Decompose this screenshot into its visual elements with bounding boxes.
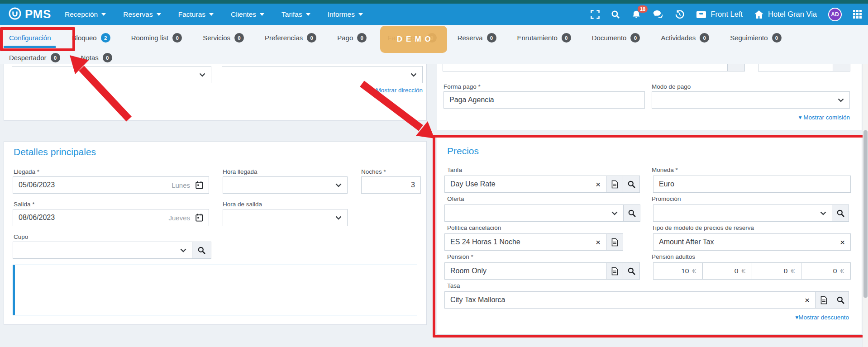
tab-reserva[interactable]: Reserva0 (458, 33, 496, 43)
tab-configuracion[interactable]: Configuración (9, 34, 51, 42)
tab-actividades[interactable]: Actividades0 (661, 33, 709, 43)
pension-input[interactable]: Room Only (444, 262, 606, 280)
menu-reservas[interactable]: Reservas (123, 10, 161, 19)
notifications-button[interactable]: 18 (631, 10, 641, 19)
llegada-label: Llegada * (14, 168, 39, 175)
tab-despertador[interactable]: Despertador0 (9, 53, 60, 62)
caret-down-icon: ▾ (371, 87, 374, 94)
cupo-label: Cupo (14, 233, 28, 240)
tarifa-detail-button[interactable] (606, 176, 623, 193)
tab-seguimiento[interactable]: Seguimiento0 (730, 33, 781, 43)
details-card-title: Detalles principales (14, 147, 96, 157)
workstation-selector[interactable]: Front Left (696, 10, 743, 19)
chat-bubbles-icon (653, 10, 663, 19)
tarifa-search-button[interactable] (623, 176, 640, 193)
caret-down-icon: ▾ (799, 114, 802, 121)
tab-servicios[interactable]: Servicios0 (203, 33, 244, 43)
hora-llegada-select[interactable] (223, 176, 348, 194)
tab-pago[interactable]: Pago0 (337, 33, 367, 43)
modo-pago-select[interactable] (652, 91, 850, 109)
euro-symbol: € (840, 267, 844, 275)
promocion-select[interactable] (653, 204, 832, 222)
euro-symbol: € (791, 267, 795, 275)
clear-icon[interactable]: × (596, 238, 601, 247)
forma-pago-label: Forma pago * (444, 83, 481, 90)
hora-llegada-label: Hora llegada (223, 168, 258, 175)
pais-select[interactable] (12, 66, 211, 83)
clear-icon[interactable]: × (596, 180, 601, 189)
pension-search-button[interactable] (623, 262, 640, 280)
search-button[interactable] (611, 10, 620, 19)
tab-bloqueo[interactable]: Bloqueo2 (72, 33, 110, 43)
factura-master-box (13, 265, 417, 315)
oferta-search-button[interactable] (623, 204, 640, 222)
menu-tarifas[interactable]: Tarifas (281, 10, 310, 19)
hora-salida-select[interactable] (223, 209, 348, 226)
pension-detail-button[interactable] (606, 262, 623, 280)
calendar-icon[interactable] (196, 214, 203, 222)
tipo-modelo-input[interactable]: Amount After Tax × (653, 233, 851, 251)
pension-label: Pensión * (447, 253, 473, 260)
modo-pago-label: Modo de pago (652, 83, 691, 90)
fullscreen-button[interactable] (591, 10, 600, 19)
pension-adultos-input[interactable]: 0€ (801, 262, 851, 280)
tab-row-2: Despertador0 Notas0 (9, 53, 112, 62)
pms-logo[interactable]: PMS (8, 4, 51, 25)
show-address-link[interactable]: ▾ Mostrar dirección (371, 86, 423, 94)
calendar-icon[interactable] (196, 181, 203, 189)
tab-documento[interactable]: Documento0 (592, 33, 640, 43)
pension-adultos-input[interactable]: 0€ (702, 262, 752, 280)
messages-button[interactable] (653, 10, 663, 19)
tasa-input[interactable]: City Tax Mallorca × (444, 291, 816, 309)
tasa-detail-button[interactable] (815, 291, 832, 309)
apps-grid-button[interactable] (853, 10, 862, 19)
chevron-down-icon (838, 98, 844, 102)
history-button[interactable] (675, 10, 685, 19)
show-commission-link[interactable]: ▾ Mostrar comisión (799, 114, 850, 121)
tasa-search-button[interactable] (832, 291, 849, 309)
tab-preferencias[interactable]: Preferencias0 (265, 33, 316, 43)
tab-rooming-list[interactable]: Rooming list0 (131, 33, 182, 43)
caret-down-icon (260, 13, 264, 16)
politica-detail-button[interactable] (606, 233, 623, 251)
promocion-search-button[interactable] (832, 204, 849, 222)
scrollbar-thumb[interactable] (863, 130, 868, 298)
menu-recepcion[interactable]: Recepción (65, 10, 106, 19)
tipo-modelo-label: Tipo de modelo de precios de reserva (652, 224, 754, 231)
topbar-right-group: 18 Front Left Hotel Gran Via AD (591, 4, 862, 25)
oferta-label: Oferta (447, 195, 464, 202)
menu-facturas[interactable]: Facturas (178, 10, 214, 19)
precios-card-title: Precios (447, 146, 479, 157)
menu-informes[interactable]: Informes (328, 10, 363, 19)
llegada-date-input[interactable]: 05/06/2023 Lunes (13, 176, 209, 194)
show-discount-link[interactable]: ▾Mostrar descuento (795, 314, 849, 321)
browser-top-strip (0, 0, 868, 4)
avatar: AD (828, 8, 842, 21)
chevron-down-icon (335, 216, 342, 220)
politica-input[interactable]: ES 24 Horas 1 Noche × (444, 233, 606, 251)
pension-adultos-input[interactable]: 10€ (653, 262, 703, 280)
salida-date-input[interactable]: 08/06/2023 Jueves (13, 209, 209, 226)
noches-input[interactable]: 3 (361, 176, 421, 194)
document-icon (611, 238, 618, 247)
tab-notas[interactable]: Notas0 (81, 53, 112, 62)
user-avatar[interactable]: AD (828, 8, 842, 21)
vertical-scrollbar[interactable] (863, 64, 868, 347)
cupo-select[interactable] (13, 242, 192, 259)
oferta-select[interactable] (444, 204, 624, 222)
pension-adultos-group: 10€ 0€ 0€ 0€ (653, 262, 851, 280)
tarifa-input[interactable]: Day Use Rate × (444, 176, 606, 193)
tab-enrutamiento[interactable]: Enrutamiento0 (517, 33, 571, 43)
pension-adultos-input[interactable]: 0€ (752, 262, 801, 280)
caret-down-icon (358, 13, 363, 16)
clear-icon[interactable]: × (805, 296, 810, 304)
clear-icon[interactable]: × (840, 238, 845, 247)
moneda-input[interactable]: Euro (653, 176, 851, 193)
idioma-select[interactable] (222, 66, 423, 83)
search-icon (628, 209, 636, 218)
forma-pago-input[interactable]: Paga Agencia (444, 91, 645, 109)
tab-facturacion[interactable]: Facturación0 DEMO (387, 33, 436, 43)
menu-clientes[interactable]: Clientes (231, 10, 264, 19)
hotel-selector[interactable]: Hotel Gran Via (754, 10, 817, 19)
cupo-search-button[interactable] (192, 242, 211, 259)
